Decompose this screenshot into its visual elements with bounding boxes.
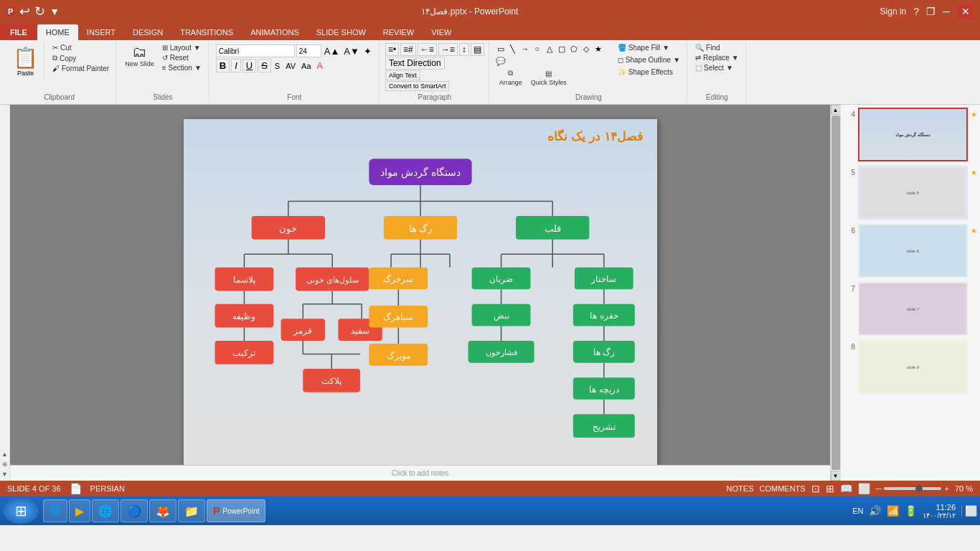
underline-button[interactable]: U xyxy=(242,59,256,72)
font-color-btn[interactable]: A xyxy=(315,60,326,72)
thumb-img-4[interactable]: دستگاه گردش مواد xyxy=(858,108,968,161)
slide-panel[interactable]: فصل۱۴ در یک نگاه دستگاه گردش مواد xyxy=(10,105,830,481)
paste-button[interactable]: 📋 Paste xyxy=(7,43,44,80)
strikethrough-button[interactable]: S xyxy=(258,59,271,72)
tab-animations[interactable]: ANIMATIONS xyxy=(242,24,308,40)
signin-link[interactable]: Sign in xyxy=(880,6,907,17)
taskbar-ie[interactable]: ⓔ xyxy=(43,499,67,522)
star-shape[interactable]: ★ xyxy=(593,43,604,55)
arrange-button[interactable]: ⧉ Arrange xyxy=(495,67,527,88)
tab-review[interactable]: REVIEW xyxy=(374,24,423,40)
fit-slide-btn[interactable]: ⊕ xyxy=(2,461,8,468)
shape-effects-button[interactable]: ✨ Shape Effects xyxy=(616,67,682,77)
columns-btn[interactable]: ▤ xyxy=(471,43,484,56)
taskbar-ie2[interactable]: 🌐 xyxy=(92,499,119,522)
rect-shape[interactable]: ▭ xyxy=(495,43,507,55)
thumb-img-6[interactable]: slide 6 xyxy=(858,224,968,278)
pentagon-shape[interactable]: ⬠ xyxy=(568,43,580,55)
tab-file[interactable]: FILE xyxy=(0,24,37,40)
clear-format-btn[interactable]: ✦ xyxy=(362,46,373,57)
find-button[interactable]: 🔍 Find xyxy=(693,43,741,52)
char-spacing-btn[interactable]: AV xyxy=(283,61,298,71)
shape-outline-button[interactable]: ◻ Shape Outline ▼ xyxy=(616,55,682,65)
format-painter-button[interactable]: 🖌 Format Painter xyxy=(50,64,111,73)
show-desktop-btn[interactable]: ⬜ xyxy=(961,505,977,517)
thumbnail-4[interactable]: 4 دستگاه گردش مواد ★ xyxy=(844,108,977,161)
increase-indent-btn[interactable]: →≡ xyxy=(438,43,458,56)
zoom-out-btn[interactable]: ─ xyxy=(876,484,882,493)
oval-shape[interactable]: ○ xyxy=(532,43,543,55)
scroll-down-btn[interactable]: ▼ xyxy=(831,471,841,481)
callout-shape[interactable]: 💬 xyxy=(495,55,507,67)
minimize-btn[interactable]: ─ xyxy=(943,6,950,17)
thumb-img-8[interactable]: slide 8 xyxy=(858,340,968,394)
replace-button[interactable]: ⇌ Replace ▼ xyxy=(693,53,741,62)
tab-insert[interactable]: INSERT xyxy=(78,24,124,40)
battery-icon[interactable]: 🔋 xyxy=(905,505,917,517)
taskbar-firefox[interactable]: 🦊 xyxy=(149,499,176,522)
font-size-increase[interactable]: A▲ xyxy=(323,46,341,57)
italic-button[interactable]: I xyxy=(231,59,241,72)
text-direction-btn[interactable]: Text Direction xyxy=(385,57,445,70)
start-button[interactable]: ⊞ xyxy=(3,498,39,524)
network-icon[interactable]: 📶 xyxy=(887,505,899,517)
font-size-decrease[interactable]: A▼ xyxy=(342,46,361,57)
font-size-input[interactable] xyxy=(296,44,321,57)
thumbnail-8[interactable]: 8 slide 8 ★ xyxy=(844,340,977,394)
zoom-in-btn[interactable]: + xyxy=(944,484,948,493)
bold-button[interactable]: B xyxy=(216,59,230,72)
thumbnail-6[interactable]: 6 slide 6 ★ xyxy=(844,224,977,278)
close-btn[interactable]: ✕ xyxy=(957,4,974,19)
tab-slideshow[interactable]: SLIDE SHOW xyxy=(308,24,374,40)
slide-sorter-btn[interactable]: ⊞ xyxy=(826,483,834,494)
thumbnail-5[interactable]: 5 slide 5 ★ xyxy=(844,166,977,220)
line-shape[interactable]: ╲ xyxy=(507,43,519,55)
thumb-img-5[interactable]: slide 5 xyxy=(858,166,968,220)
new-slide-button[interactable]: 🗂 New Slide xyxy=(122,43,157,69)
reading-view-btn[interactable]: 📖 xyxy=(840,483,852,494)
section-button[interactable]: ≡ Section ▼ xyxy=(160,63,204,72)
tab-transitions[interactable]: TRANSITIONS xyxy=(171,24,242,40)
zoom-slider[interactable]: ─ + xyxy=(876,484,949,493)
shape-fill-button[interactable]: 🪣 Shape Fill ▼ xyxy=(616,43,682,52)
redo-btn[interactable]: ↻ xyxy=(34,4,45,19)
arrow-shape[interactable]: → xyxy=(519,43,531,55)
line-spacing-btn[interactable]: ↕ xyxy=(459,43,469,56)
tab-design[interactable]: DESIGN xyxy=(124,24,171,40)
zoom-thumb[interactable] xyxy=(915,485,923,492)
zoom-track[interactable] xyxy=(884,487,941,490)
notes-btn[interactable]: NOTES xyxy=(727,484,754,493)
slide-up-btn[interactable]: ▲ xyxy=(1,451,8,458)
tab-home[interactable]: HOME xyxy=(37,24,78,40)
quick-styles-button[interactable]: ▤ Quick Styles xyxy=(528,68,570,88)
copy-button[interactable]: ⧉ Copy xyxy=(50,53,111,63)
thumb-img-7[interactable]: slide 7 xyxy=(858,282,968,336)
taskbar-powerpoint[interactable]: P PowerPoint xyxy=(207,499,265,522)
select-button[interactable]: ⬚ Select ▼ xyxy=(693,63,741,72)
undo-btn[interactable]: ↩ xyxy=(19,4,30,19)
bullets-btn[interactable]: ≡• xyxy=(385,43,399,56)
text-shadow-btn[interactable]: S xyxy=(273,61,282,71)
rounded-rect-shape[interactable]: ▢ xyxy=(556,43,567,55)
customize-btn[interactable]: ▼ xyxy=(50,6,60,17)
tab-view[interactable]: VIEW xyxy=(423,24,460,40)
help-btn[interactable]: ? xyxy=(913,6,919,17)
taskbar-media[interactable]: ▶ xyxy=(69,499,90,522)
comments-btn[interactable]: COMMENTS xyxy=(760,484,806,493)
taskbar-explorer[interactable]: 📁 xyxy=(178,499,205,522)
convert-smartart-btn[interactable]: Convert to SmartArt xyxy=(385,81,450,91)
clock[interactable]: 11:26 ۱۴۰۰/۲۴/۱۲ xyxy=(923,503,956,519)
triangle-shape[interactable]: △ xyxy=(544,43,555,55)
taskbar-chrome[interactable]: 🔵 xyxy=(121,499,148,522)
volume-icon[interactable]: 🔊 xyxy=(869,505,881,517)
thumbnail-7[interactable]: 7 slide 7 ★ xyxy=(844,282,977,336)
notes-view-icon[interactable]: 📄 xyxy=(70,483,82,494)
scroll-up-btn[interactable]: ▲ xyxy=(831,105,841,115)
right-scrollbar[interactable]: ▲ ▼ xyxy=(830,105,840,481)
presenter-view-btn[interactable]: ⬜ xyxy=(858,483,870,494)
normal-view-btn[interactable]: ⊡ xyxy=(811,483,820,494)
zoom-level[interactable]: 70 % xyxy=(955,484,973,493)
decrease-indent-btn[interactable]: ←≡ xyxy=(418,43,437,56)
change-case-btn[interactable]: Aa xyxy=(299,61,313,71)
slide-down-btn[interactable]: ▼ xyxy=(1,471,8,478)
